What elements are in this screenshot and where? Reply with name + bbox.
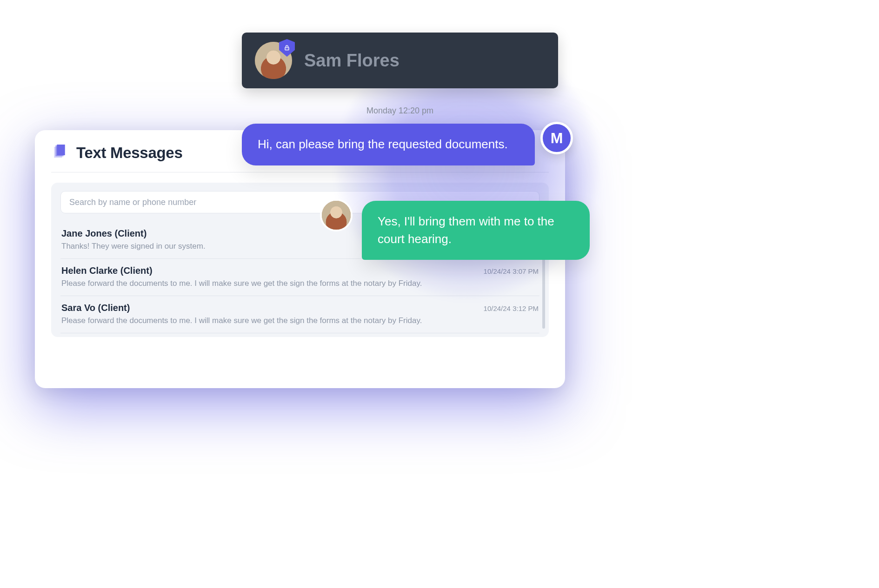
thread-time: 10/24/24 3:12 PM bbox=[484, 304, 539, 312]
reply-avatar bbox=[320, 199, 353, 231]
svg-rect-0 bbox=[285, 47, 289, 50]
chat-timestamp: Monday 12:20 pm bbox=[335, 106, 465, 116]
outgoing-message-bubble: Hi, can please bring the requested docum… bbox=[242, 124, 535, 165]
incoming-message-text: Yes, I'll bring them with me to the cour… bbox=[378, 214, 554, 246]
thread-item[interactable]: Sara Vo (Client) 10/24/24 3:12 PM Please… bbox=[60, 296, 539, 333]
contact-avatar bbox=[255, 42, 292, 79]
contact-header[interactable]: Sam Flores bbox=[242, 33, 558, 88]
documents-stack-icon bbox=[51, 145, 68, 161]
thread-name: Sara Vo (Client) bbox=[61, 303, 130, 313]
thread-preview: Please forward the documents to me. I wi… bbox=[61, 316, 539, 325]
outgoing-message-text: Hi, can please bring the requested docum… bbox=[258, 137, 508, 151]
sender-avatar-initial: M bbox=[540, 122, 573, 154]
sender-initial: M bbox=[551, 130, 563, 147]
panel-title: Text Messages bbox=[76, 144, 182, 162]
thread-name: Helen Clarke (Client) bbox=[61, 265, 153, 276]
contact-name: Sam Flores bbox=[304, 51, 400, 71]
incoming-message-bubble: Yes, I'll bring them with me to the cour… bbox=[362, 201, 590, 260]
thread-name: Jane Jones (Client) bbox=[61, 228, 146, 239]
